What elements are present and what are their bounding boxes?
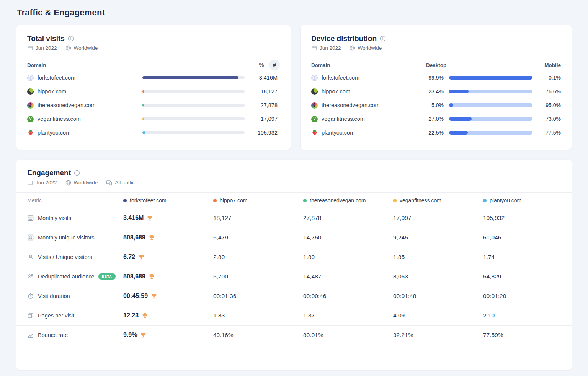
metric-label: Monthly unique visitors <box>38 234 95 241</box>
domain-link[interactable]: plantyou.com <box>38 130 70 136</box>
metric-value: 508,689 <box>123 273 213 280</box>
table-row: forkstofeet.com 99.9% 0.1% <box>311 71 561 85</box>
column-header-mobile: Mobile <box>538 62 561 68</box>
device-split-bar <box>449 76 532 80</box>
column-header-domain[interactable]: forkstofeet.com <box>123 197 213 203</box>
table-row: Visit duration 00:45:59 00:01:36 00:00:4… <box>16 286 572 306</box>
globe-icon <box>65 45 71 51</box>
calendar-icon <box>311 45 317 51</box>
info-icon[interactable] <box>74 170 80 176</box>
series-dot <box>393 199 397 202</box>
metric-value: 00:00:46 <box>303 293 393 299</box>
domain-link[interactable]: forkstofeet.com <box>38 75 75 81</box>
plantyou-favicon <box>311 130 318 136</box>
metric-value: 77.59% <box>483 332 561 339</box>
person-icon <box>27 254 34 260</box>
table-row: hippo7.com 18,127 <box>27 85 280 98</box>
domain-link[interactable]: hippo7.com <box>322 88 350 94</box>
table-row: Deduplicated audience BETA 508,689 5,700… <box>16 267 572 286</box>
visits-value: 17,097 <box>245 116 280 122</box>
metric-value: 17,097 <box>393 215 483 221</box>
device-split-bar <box>449 103 532 107</box>
mobile-percent: 95.0% <box>538 102 561 108</box>
period-label: Jun 2022 <box>36 180 57 186</box>
series-dot <box>303 199 307 202</box>
desktop-percent: 27.0% <box>426 116 449 122</box>
desktop-percent: 99.9% <box>426 75 449 81</box>
metric-label: Pages per visit <box>38 313 74 319</box>
metric-value: 2.10 <box>483 312 561 319</box>
veganfitness-favicon: V <box>311 116 318 122</box>
domain-link[interactable]: hippo7.com <box>38 88 66 94</box>
metric-value: 5,700 <box>213 273 303 280</box>
table-row: Visits / Unique visitors 6.72 2.80 1.89 … <box>16 247 572 267</box>
domain-link[interactable]: veganfitness.com <box>322 116 365 122</box>
period-label: Jun 2022 <box>320 45 341 51</box>
devices-icon <box>106 179 112 186</box>
visits-value: 27,878 <box>245 102 280 108</box>
domain-link[interactable]: forkstofeet.com <box>322 75 359 81</box>
column-header-domain[interactable]: veganfitness.com <box>393 197 483 203</box>
visits-bar <box>142 76 245 79</box>
total-visits-title: Total visits <box>27 34 65 43</box>
table-row: hippo7.com 23.4% 76.6% <box>311 85 561 98</box>
domain-link[interactable]: veganfitness.com <box>38 116 81 122</box>
visits-bar <box>142 104 245 107</box>
visits-bar <box>142 131 245 134</box>
column-header-domain[interactable]: hippo7.com <box>213 197 303 203</box>
visits-value: 3.416M <box>245 75 280 81</box>
table-row: V veganfitness.com 17,097 <box>27 112 280 126</box>
domain-link[interactable]: plantyou.com <box>322 130 354 136</box>
column-header-domain[interactable]: thereasonedvegan.com <box>303 197 393 203</box>
table-row: forkstofeet.com 3.416M <box>27 71 280 85</box>
metric-value: 105,932 <box>483 215 561 221</box>
trophy-icon <box>149 234 155 241</box>
visits-bar <box>142 90 245 93</box>
column-header-domain[interactable]: plantyou.com <box>483 197 561 203</box>
desktop-percent: 22.5% <box>426 130 449 136</box>
device-split-bar <box>449 131 532 135</box>
calendar-icon <box>27 180 33 186</box>
forkstofeet-favicon <box>311 75 318 81</box>
metric-label: Deduplicated audience <box>38 273 95 280</box>
metric-label: Visits / Unique visitors <box>38 254 92 260</box>
desktop-percent: 5.0% <box>426 102 449 108</box>
series-dot <box>213 199 217 202</box>
metric-value: 4.09 <box>393 312 483 319</box>
table-row: ☮ thereasonedvegan.com 5.0% 95.0% <box>311 98 561 112</box>
trophy-icon <box>140 332 147 339</box>
table-row: V veganfitness.com 27.0% 73.0% <box>311 112 561 126</box>
metric-value: 2.80 <box>213 254 303 260</box>
forkstofeet-favicon <box>27 75 34 81</box>
device-distribution-title: Device distribution <box>311 34 377 43</box>
info-icon[interactable] <box>68 36 74 42</box>
percent-toggle-button[interactable]: % <box>256 60 267 70</box>
metric-value: 12.23 <box>123 312 213 319</box>
thereasonedvegan-favicon: ☮ <box>27 102 34 109</box>
number-toggle-button[interactable]: # <box>269 60 280 70</box>
visits-value: 18,127 <box>245 88 280 94</box>
metric-value: 6,479 <box>213 234 303 241</box>
metric-value: 14,750 <box>303 234 393 241</box>
table-row: Bounce rate 9.9% 49.16% 80.01% 32.21% 77… <box>16 326 572 345</box>
column-header-domain: Domain <box>311 62 426 68</box>
table-row: plantyou.com 105,932 <box>27 126 280 140</box>
region-label: Worldwide <box>74 180 98 186</box>
traffic-engagement-page: Traffic & Engagement Total visits Jun 20… <box>0 0 588 376</box>
column-header-metric: Metric <box>27 197 123 203</box>
trophy-icon <box>142 313 148 319</box>
value-format-toggle: % # <box>249 60 280 70</box>
trophy-icon <box>147 215 153 221</box>
info-icon[interactable] <box>380 36 386 42</box>
metric-value: 54,829 <box>483 273 561 280</box>
metric-value: 32.21% <box>393 332 483 339</box>
domain-link[interactable]: thereasonedvegan.com <box>322 102 380 108</box>
plantyou-favicon <box>27 130 34 136</box>
trophy-icon <box>149 273 155 280</box>
metric-value: 80.01% <box>303 332 393 339</box>
domain-link[interactable]: thereasonedvegan.com <box>38 102 96 108</box>
metric-value: 18,127 <box>213 215 303 221</box>
metric-value: 14,487 <box>303 273 393 280</box>
metric-value: 00:01:48 <box>393 293 483 299</box>
metric-value: 3.416M <box>123 215 213 221</box>
